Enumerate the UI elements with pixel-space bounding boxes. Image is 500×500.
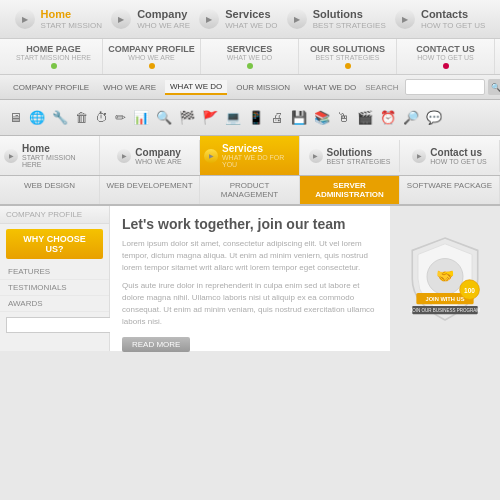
- nav4-main-home4: Home: [22, 143, 95, 154]
- nav1-arrow-services: ▶: [199, 9, 219, 29]
- nav3-item-our-mission[interactable]: OUR MISSION: [231, 81, 295, 94]
- icon-16[interactable]: 🎬: [356, 109, 374, 126]
- nav2-item-home-page[interactable]: HOME PAGE START MISSION HERE: [5, 39, 103, 74]
- nav4-arrow-solutions4: ▶: [309, 149, 323, 163]
- tab-software-pkg[interactable]: SOFTWARE PACKAGE: [400, 176, 500, 204]
- nav2-dot-company-profile: [149, 63, 155, 69]
- nav1-label-company: Company: [137, 8, 190, 21]
- nav1-item-solutions[interactable]: ▶ Solutions BEST STRATEGIES: [287, 8, 386, 30]
- main-text-1: Lorem ipsum dolor sit amet, consectetur …: [122, 238, 378, 274]
- icon-17[interactable]: ⏰: [379, 109, 397, 126]
- nav4-main-contact4: Contact us: [430, 147, 486, 158]
- nav2-dot-services2: [247, 63, 253, 69]
- nav4-item-solutions4[interactable]: ▶ Solutions BEST STRATEGIES: [300, 140, 400, 172]
- nav2-main-our-solutions: OUR SOLUTIONS: [310, 44, 385, 54]
- nav2-sub-our-solutions: BEST STRATEGIES: [316, 54, 380, 61]
- sidebar-item-testimonials[interactable]: TESTIMONIALS: [0, 280, 109, 296]
- nav2-item-our-solutions[interactable]: OUR SOLUTIONS BEST STRATEGIES: [299, 39, 397, 74]
- icon-3[interactable]: 🗑: [74, 109, 89, 126]
- tab-web-dev[interactable]: WEB DEVELOPEMENT: [100, 176, 200, 204]
- nav2-main-contact-us: CONTACT US: [416, 44, 474, 54]
- nav1-item-company[interactable]: ▶ Company WHO WE ARE: [111, 8, 190, 30]
- nav4-item-company4[interactable]: ▶ Company WHO WE ARE: [100, 140, 200, 172]
- nav1-arrow-solutions: ▶: [287, 9, 307, 29]
- nav2-sub-home-page: START MISSION HERE: [16, 54, 91, 61]
- nav4-arrow-company4: ▶: [117, 149, 131, 163]
- nav2-item-contact-us[interactable]: CONTACT US HOW TO GET US: [397, 39, 495, 74]
- icon-4[interactable]: ⏱: [94, 109, 109, 126]
- sidebar-item-features[interactable]: FEATURES: [0, 264, 109, 280]
- icon-2[interactable]: 🔧: [51, 109, 69, 126]
- search-input[interactable]: [405, 79, 485, 95]
- nav2-sub-contact-us: HOW TO GET US: [417, 54, 473, 61]
- nav4-main-services4: Services: [222, 143, 295, 154]
- icon-8[interactable]: 🏁: [178, 109, 196, 126]
- sidebar-header: COMPANY PROFILE: [0, 206, 109, 224]
- nav1-sub-contacts: HOW TO GET US: [421, 21, 485, 30]
- icon-1[interactable]: 🌐: [28, 109, 46, 126]
- main-title: Let's work together, join our team: [122, 216, 378, 232]
- nav4-arrow-contact4: ▶: [412, 149, 426, 163]
- nav1-arrow-company: ▶: [111, 9, 131, 29]
- tab-server-admin[interactable]: SERVER ADMINISTRATION: [300, 176, 400, 204]
- navbar-2: HOME PAGE START MISSION HERE COMPANY PRO…: [0, 39, 500, 75]
- nav4-item-contact4[interactable]: ▶ Contact us HOW TO GET US: [400, 140, 500, 172]
- sidebar-item-awards[interactable]: AWARDS: [0, 296, 109, 312]
- nav3-item-what-we-do[interactable]: WHAT WE DO: [165, 80, 227, 95]
- nav4-item-home4[interactable]: ▶ Home START MISSION HERE: [0, 136, 100, 175]
- nav2-item-company-profile[interactable]: COMPANY PROFILE WHO WE ARE: [103, 39, 201, 74]
- nav2-dot-home-page: [51, 63, 57, 69]
- icon-14[interactable]: 📚: [313, 109, 331, 126]
- icon-5[interactable]: ✏: [114, 109, 127, 126]
- badge-area: 🤝 JOIN WITH US 100 JOIN OUR BUSINESS PRO…: [390, 206, 500, 351]
- nav2-main-home-page: HOME PAGE: [26, 44, 80, 54]
- nav2-main-company-profile: COMPANY PROFILE: [108, 44, 195, 54]
- nav4-sub-home4: START MISSION HERE: [22, 154, 95, 168]
- nav4-main-company4: Company: [135, 147, 181, 158]
- nav2-main-services2: SERVICES: [227, 44, 272, 54]
- nav1-item-home[interactable]: ▶ Home START MISSION: [15, 8, 102, 30]
- nav3-item-company-profile3[interactable]: COMPANY PROFILE: [8, 81, 94, 94]
- navbar-1: ▶ Home START MISSION ▶ Company WHO WE AR…: [0, 0, 500, 39]
- nav3-item-what-we-do2[interactable]: WHAT WE DO: [299, 81, 361, 94]
- nav4-sub-services4: WHAT WE DO FOR YOU: [222, 154, 295, 168]
- search-bar: SEARCH 🔍: [365, 79, 500, 95]
- icon-12[interactable]: 🖨: [270, 109, 285, 126]
- search-button[interactable]: 🔍: [488, 79, 501, 95]
- icon-13[interactable]: 💾: [290, 109, 308, 126]
- why-choose-us-button[interactable]: WHY CHOOSE US?: [6, 229, 103, 259]
- nav4-sub-contact4: HOW TO GET US: [430, 158, 486, 165]
- icon-9[interactable]: 🚩: [201, 109, 219, 126]
- sidebar-search-input[interactable]: [6, 317, 119, 333]
- tab-product-mgmt[interactable]: PRODUCT MANAGEMENT: [200, 176, 300, 204]
- content-area: COMPANY PROFILE WHY CHOOSE US? FEATURES …: [0, 206, 500, 351]
- search-label: SEARCH: [365, 83, 398, 92]
- nav1-arrow-home: ▶: [15, 9, 35, 29]
- nav3-item-who-we-are[interactable]: WHO WE ARE: [98, 81, 161, 94]
- icon-7[interactable]: 🔍: [155, 109, 173, 126]
- nav1-sub-solutions: BEST STRATEGIES: [313, 21, 386, 30]
- read-more-button[interactable]: READ MORE: [122, 337, 190, 352]
- nav4-item-services4[interactable]: ▶ Services WHAT WE DO FOR YOU: [200, 136, 300, 175]
- tab-web-design[interactable]: WEB DESIGN: [0, 176, 100, 204]
- icon-18[interactable]: 🔎: [402, 109, 420, 126]
- nav1-label-services: Services: [225, 8, 277, 21]
- nav2-dot-contact-us: [443, 63, 449, 69]
- nav4-arrow-services4: ▶: [204, 149, 218, 163]
- nav4-sub-company4: WHO WE ARE: [135, 158, 181, 165]
- nav2-item-services2[interactable]: SERVICES WHAT WE DO: [201, 39, 299, 74]
- nav1-item-contacts[interactable]: ▶ Contacts HOW TO GET US: [395, 8, 485, 30]
- icon-15[interactable]: 🖱: [336, 109, 351, 126]
- nav1-label-contacts: Contacts: [421, 8, 485, 21]
- icon-10[interactable]: 💻: [224, 109, 242, 126]
- main-content: Let's work together, join our team Lorem…: [110, 206, 390, 351]
- icon-11[interactable]: 📱: [247, 109, 265, 126]
- icon-6[interactable]: 📊: [132, 109, 150, 126]
- nav1-sub-home: START MISSION: [41, 21, 102, 30]
- icon-19[interactable]: 💬: [425, 109, 443, 126]
- sidebar-search: 🔍: [6, 317, 103, 333]
- svg-text:🤝: 🤝: [436, 267, 455, 285]
- icon-0[interactable]: 🖥: [8, 109, 23, 126]
- svg-text:JOIN WITH US: JOIN WITH US: [425, 296, 464, 302]
- nav1-item-services[interactable]: ▶ Services WHAT WE DO: [199, 8, 277, 30]
